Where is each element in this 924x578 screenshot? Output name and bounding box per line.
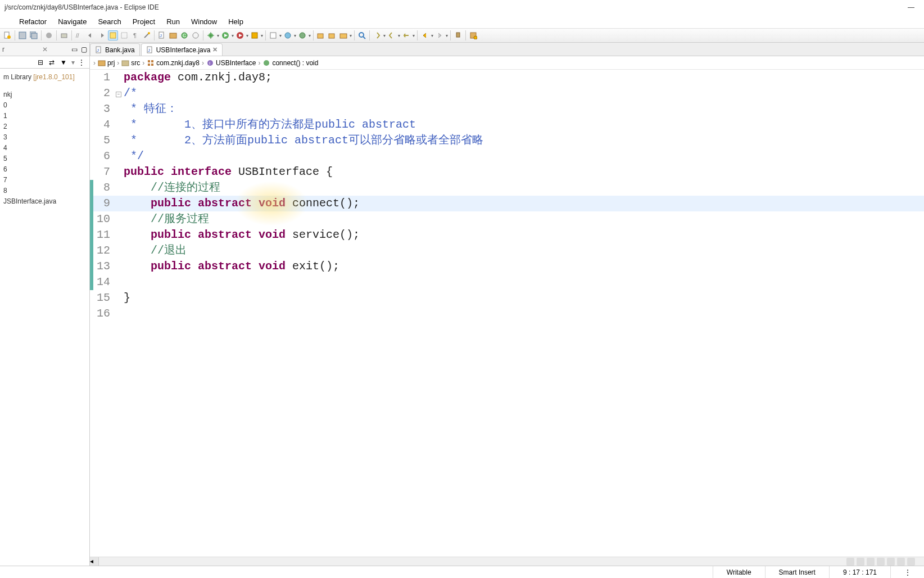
- collapse-all-icon[interactable]: ⊟: [38, 58, 46, 66]
- footer-icon[interactable]: [897, 558, 905, 566]
- scroll-left-arrow-icon[interactable]: ◂: [90, 557, 99, 566]
- tree-item[interactable]: 7: [2, 175, 87, 186]
- breadcrumb-project[interactable]: prj: [98, 59, 115, 67]
- code-line[interactable]: 9 public abstract void connect();: [90, 196, 924, 211]
- new-icon[interactable]: [2, 30, 12, 40]
- browser-icon[interactable]: [283, 30, 293, 40]
- menu-item-refactor[interactable]: Refactor: [13, 16, 52, 28]
- indent-left-icon[interactable]: [85, 30, 96, 40]
- tree-item[interactable]: 6: [2, 164, 87, 175]
- breadcrumb-package[interactable]: com.znkj.day8: [147, 59, 200, 67]
- skip-breakpoints-icon[interactable]: [44, 30, 54, 40]
- code-text[interactable]: * 特征：: [124, 101, 178, 117]
- maximize-view-icon[interactable]: ▢: [81, 46, 87, 53]
- dropdown-arrow-icon[interactable]: ▾: [446, 33, 448, 38]
- code-text[interactable]: }: [124, 290, 130, 306]
- menu-item-navigate[interactable]: Navigate: [52, 16, 92, 28]
- code-text[interactable]: public abstract void connect();: [124, 196, 360, 211]
- tree-item[interactable]: 1: [2, 111, 87, 121]
- pin-icon[interactable]: [453, 30, 463, 40]
- breadcrumb-type[interactable]: I USBInterface: [206, 59, 256, 67]
- code-text[interactable]: */: [124, 148, 144, 164]
- code-line[interactable]: 5 * 2、方法前面public abstract可以部分省略或者全部省略: [90, 133, 924, 148]
- code-text[interactable]: public interface USBInterface {: [124, 164, 333, 180]
- back-icon[interactable]: [420, 30, 430, 40]
- horizontal-scrollbar[interactable]: ◂: [90, 557, 924, 566]
- server-icon[interactable]: [297, 30, 307, 40]
- code-line[interactable]: 4 * 1、接口中所有的方法都是public abstract: [90, 117, 924, 133]
- code-text[interactable]: //连接的过程: [124, 180, 220, 196]
- wand-icon[interactable]: [142, 30, 152, 40]
- import-icon[interactable]: [316, 30, 326, 40]
- menu-item-run[interactable]: Run: [161, 16, 185, 28]
- chevron-right-icon[interactable]: ›: [142, 59, 144, 67]
- footer-icon[interactable]: [907, 558, 915, 566]
- external-tools-icon[interactable]: [250, 30, 260, 40]
- toggle-comment-icon[interactable]: //: [74, 30, 84, 40]
- code-editor[interactable]: 1package com.znkj.day8;2−/*3 * 特征：4 * 1、…: [90, 70, 924, 566]
- code-line[interactable]: 15}: [90, 290, 924, 306]
- close-view-icon[interactable]: ✕: [42, 46, 48, 53]
- tree-item[interactable]: nkj: [2, 89, 87, 100]
- annotation-next-icon[interactable]: [372, 30, 382, 40]
- new-java-icon[interactable]: J: [157, 30, 167, 40]
- open-type-icon[interactable]: [191, 30, 201, 40]
- menu-item-window[interactable]: Window: [185, 16, 223, 28]
- code-line[interactable]: 13 public abstract void exit();: [90, 259, 924, 274]
- code-text[interactable]: * 1、接口中所有的方法都是public abstract: [124, 117, 416, 133]
- code-line[interactable]: 1package com.znkj.day8;: [90, 70, 924, 85]
- toggle-mark-occurrences-icon[interactable]: [108, 30, 118, 40]
- minimize-button[interactable]: —: [898, 0, 924, 15]
- code-line[interactable]: 16: [90, 306, 924, 322]
- dropdown-arrow-icon[interactable]: ▾: [383, 33, 386, 38]
- code-text[interactable]: public abstract void exit();: [124, 259, 339, 274]
- block-selection-icon[interactable]: [119, 30, 129, 40]
- dropdown-arrow-icon[interactable]: ▾: [294, 33, 296, 38]
- chevron-right-icon[interactable]: ›: [258, 59, 260, 67]
- annotation-prev-icon[interactable]: [387, 30, 397, 40]
- code-line[interactable]: 6 */: [90, 148, 924, 164]
- footer-icon[interactable]: [867, 558, 875, 566]
- code-text[interactable]: public abstract void service();: [124, 227, 360, 243]
- chevron-right-icon[interactable]: ›: [93, 59, 96, 67]
- menu-item-project[interactable]: Project: [127, 16, 161, 28]
- menu-item-truncated[interactable]: [2, 20, 13, 23]
- dropdown-arrow-icon[interactable]: ▾: [279, 33, 282, 38]
- footer-icon[interactable]: [846, 558, 854, 566]
- dropdown-arrow-icon[interactable]: ▾: [431, 33, 433, 38]
- minimize-view-icon[interactable]: ▭: [71, 46, 78, 53]
- dropdown-arrow-icon[interactable]: ▾: [217, 33, 219, 38]
- new-connection-icon[interactable]: [268, 30, 278, 40]
- dropdown-arrow-icon[interactable]: ▾: [71, 58, 75, 66]
- code-text[interactable]: * 2、方法前面public abstract可以部分省略或者全部省略: [124, 133, 483, 148]
- chevron-right-icon[interactable]: ›: [202, 59, 204, 67]
- indent-right-icon[interactable]: [97, 30, 107, 40]
- footer-icon[interactable]: [877, 558, 885, 566]
- code-line[interactable]: 3 * 特征：: [90, 101, 924, 117]
- breadcrumb-src[interactable]: src: [121, 59, 140, 67]
- footer-icon[interactable]: [887, 558, 895, 566]
- build-icon[interactable]: [59, 30, 69, 40]
- dropdown-arrow-icon[interactable]: ▾: [232, 33, 234, 38]
- tree-file-usbinterface[interactable]: JSBInterface.java: [2, 196, 87, 207]
- tree-item-jre[interactable]: m Library [jre1.8.0_101]: [2, 72, 87, 83]
- dropdown-arrow-icon[interactable]: ▾: [246, 33, 248, 38]
- dropdown-arrow-icon[interactable]: ▾: [261, 33, 263, 38]
- fold-toggle-icon[interactable]: −: [116, 92, 121, 97]
- save-icon[interactable]: [17, 30, 28, 40]
- forward-icon[interactable]: [434, 30, 445, 40]
- last-edit-icon[interactable]: [401, 30, 411, 40]
- search-icon[interactable]: [357, 30, 367, 40]
- breadcrumb-method[interactable]: connect() : void: [262, 59, 318, 67]
- coverage-icon[interactable]: [235, 30, 245, 40]
- tree-item[interactable]: 0: [2, 100, 87, 111]
- project-tree[interactable]: m Library [jre1.8.0_101] nkj 0 1 2 3 4 5…: [0, 69, 89, 210]
- menu-item-search[interactable]: Search: [92, 16, 126, 28]
- new-class-icon[interactable]: C: [179, 30, 189, 40]
- tab-usbinterface-java[interactable]: J USBInterface.java ✕: [141, 43, 223, 56]
- code-line[interactable]: 10 //服务过程: [90, 211, 924, 227]
- close-tab-icon[interactable]: ✕: [212, 46, 218, 53]
- menu-item-help[interactable]: Help: [223, 16, 249, 28]
- chevron-right-icon[interactable]: ›: [117, 59, 119, 67]
- tab-bank-java[interactable]: J Bank.java: [90, 43, 140, 56]
